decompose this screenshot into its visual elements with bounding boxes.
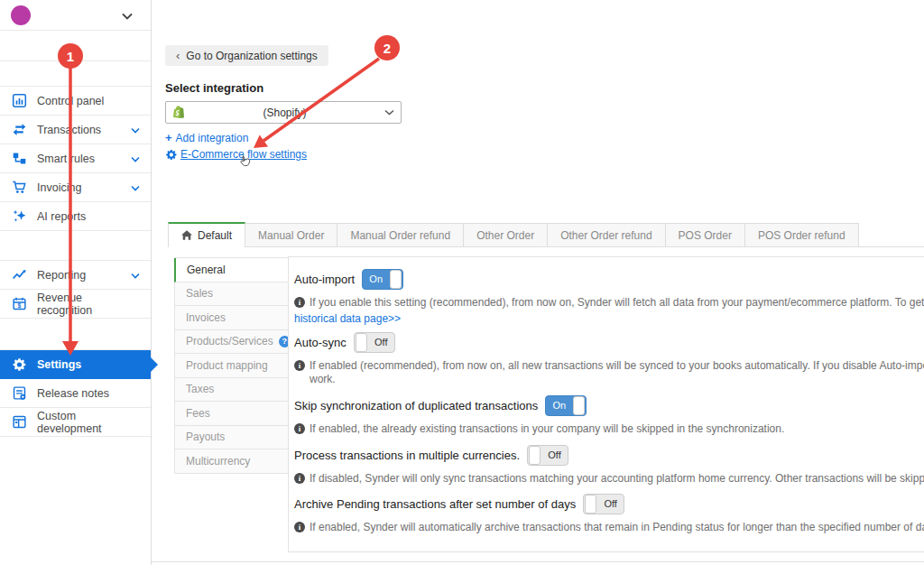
sidebar-item-label: AI reports bbox=[37, 210, 86, 223]
info-icon: i bbox=[294, 423, 305, 434]
historical-data-page-link[interactable]: historical data page>> bbox=[294, 312, 924, 326]
sidebar-item-revenue-recognition[interactable]: $ Revenue recognition bbox=[0, 290, 151, 319]
add-integration-link[interactable]: + Add integration bbox=[165, 131, 248, 144]
auto-sync-toggle[interactable]: Off bbox=[354, 332, 395, 353]
sidebar-item-reporting[interactable]: Reporting bbox=[0, 261, 151, 290]
sidebar-item-custom-development[interactable]: Custom development bbox=[0, 408, 151, 437]
sidebar-item-control-panel[interactable]: Control panel bbox=[0, 87, 151, 116]
ai-reports-icon bbox=[11, 208, 27, 224]
setting-row-skip-duplicates: Skip synchronization of duplicated trans… bbox=[294, 395, 924, 416]
toggle-handle bbox=[356, 333, 367, 352]
home-icon bbox=[181, 230, 192, 240]
archive-pending-toggle[interactable]: Off bbox=[583, 494, 624, 514]
sidebar-item-settings[interactable]: Settings bbox=[0, 350, 151, 379]
sidebar-item-release-notes[interactable]: Release notes bbox=[0, 379, 151, 408]
step2-badge bbox=[374, 35, 400, 60]
subnav-item-taxes[interactable]: Taxes bbox=[174, 378, 289, 403]
tab-manual-order-refund[interactable]: Manual Order refund bbox=[337, 223, 464, 246]
sidebar-item-ai-reports[interactable]: AI reports bbox=[0, 202, 151, 231]
skip-duplicates-toggle[interactable]: On bbox=[545, 395, 587, 416]
subnav-label: Products/Services bbox=[186, 335, 273, 347]
toggle-handle bbox=[585, 495, 596, 514]
setting-row-auto-sync: Auto-sync Off bbox=[294, 332, 924, 353]
sidebar-item-label: Release notes bbox=[37, 387, 109, 400]
setting-label: Archive Pending transactions after set n… bbox=[294, 497, 576, 511]
info-icon: i bbox=[294, 473, 305, 484]
tab-label: Manual Order refund bbox=[350, 229, 450, 242]
sidebar-item-transactions[interactable]: Transactions bbox=[0, 116, 151, 144]
setting-info: i If enabled (recommended), from now on,… bbox=[294, 359, 924, 373]
general-settings-panel: Auto-import On i If you enable this sett… bbox=[288, 256, 924, 552]
subnav-item-invoices[interactable]: Invoices bbox=[174, 306, 289, 330]
setting-info: i If enabled, the already existing trans… bbox=[294, 422, 924, 436]
chevron-down-icon[interactable] bbox=[131, 153, 140, 165]
chevron-left-icon: ‹ bbox=[176, 49, 180, 62]
go-to-organization-settings-button[interactable]: ‹ Go to Organization settings bbox=[165, 45, 328, 66]
tab-label: POS Order refund bbox=[758, 229, 845, 242]
setting-label: Skip synchronization of duplicated trans… bbox=[294, 399, 538, 412]
info-icon: i bbox=[294, 522, 305, 533]
tab-label: Other Order refund bbox=[560, 229, 651, 242]
subnav-label: Payouts bbox=[186, 431, 225, 443]
chevron-down-icon[interactable] bbox=[131, 269, 140, 282]
setting-label: Auto-import bbox=[294, 273, 355, 286]
account-switcher[interactable] bbox=[0, 0, 151, 31]
select-integration-label: Select integration bbox=[165, 81, 263, 95]
subnav-item-products-services[interactable]: Products/Services ? bbox=[174, 330, 289, 355]
setting-info: i If you enable this setting (recommende… bbox=[294, 296, 924, 310]
invoicing-icon bbox=[11, 180, 27, 195]
subnav-label: Fees bbox=[186, 407, 210, 420]
sidebar-spacer bbox=[0, 437, 151, 565]
info-text: If enabled (recommended), from now on, a… bbox=[310, 359, 924, 373]
order-type-tabs: Default Manual Order Manual Order refund… bbox=[168, 223, 924, 247]
tab-manual-order[interactable]: Manual Order bbox=[245, 223, 337, 246]
info-icon: i bbox=[294, 297, 305, 308]
setting-info: i If enabled, Synder will automatically … bbox=[294, 521, 924, 534]
sidebar-item-smart-rules[interactable]: Smart rules bbox=[0, 144, 151, 173]
chevron-down-icon[interactable] bbox=[122, 7, 133, 23]
chevron-down-icon[interactable] bbox=[131, 181, 140, 194]
sidebar-item-label: Transactions bbox=[37, 124, 101, 136]
info-text-continued: work. bbox=[294, 373, 924, 386]
tab-default[interactable]: Default bbox=[168, 222, 245, 247]
toggle-state: On bbox=[546, 396, 572, 415]
subnav-item-general[interactable]: General bbox=[174, 258, 289, 282]
integration-select-value: (Shopify) bbox=[185, 107, 384, 119]
tab-other-order[interactable]: Other Order bbox=[464, 223, 548, 246]
chevron-down-icon bbox=[384, 109, 394, 116]
tab-pos-order[interactable]: POS Order bbox=[666, 223, 745, 246]
plus-icon: + bbox=[165, 131, 172, 144]
sidebar: Control panel Transactions Smart rules bbox=[0, 0, 152, 565]
info-text: If enabled, the already existing transac… bbox=[310, 422, 784, 436]
subnav-label: Taxes bbox=[186, 383, 214, 395]
subnav-item-product-mapping[interactable]: Product mapping bbox=[174, 354, 289, 378]
sidebar-item-invoicing[interactable]: Invoicing bbox=[0, 173, 151, 202]
tab-pos-order-refund[interactable]: POS Order refund bbox=[745, 223, 859, 246]
step2-arrowhead bbox=[254, 134, 268, 148]
subnav-item-multicurrency[interactable]: Multicurrency bbox=[174, 449, 289, 474]
transactions-icon bbox=[11, 122, 27, 137]
sidebar-spacer bbox=[0, 31, 151, 61]
avatar[interactable] bbox=[11, 5, 31, 25]
reporting-icon bbox=[11, 267, 27, 282]
toggle-state: Off bbox=[541, 446, 568, 465]
revenue-recognition-icon: $ bbox=[11, 296, 27, 311]
subnav-item-payouts[interactable]: Payouts bbox=[174, 426, 289, 450]
subnav-item-fees[interactable]: Fees bbox=[174, 402, 289, 426]
sidebar-item-label: Custom development bbox=[37, 410, 140, 435]
setting-label: Process transactions in multiple currenc… bbox=[294, 449, 520, 462]
subnav-label: General bbox=[187, 264, 226, 276]
step2-number: 2 bbox=[383, 41, 391, 56]
toggle-state: Off bbox=[597, 495, 624, 514]
setting-info: i If disabled, Synder will only sync tra… bbox=[294, 472, 924, 486]
tab-label: Other Order bbox=[476, 229, 534, 242]
sidebar-item-label: Invoicing bbox=[37, 181, 81, 194]
subnav-item-sales[interactable]: Sales bbox=[174, 282, 289, 307]
multiple-currencies-toggle[interactable]: Off bbox=[527, 445, 568, 466]
ecommerce-flow-settings-link[interactable]: E-Commerce flow settings bbox=[165, 148, 307, 161]
chevron-down-icon[interactable] bbox=[131, 124, 140, 136]
auto-import-toggle[interactable]: On bbox=[362, 269, 403, 290]
integration-select[interactable]: (Shopify) bbox=[165, 101, 402, 124]
synder-settings-page: Control panel Transactions Smart rules bbox=[0, 0, 924, 565]
tab-other-order-refund[interactable]: Other Order refund bbox=[548, 223, 665, 246]
